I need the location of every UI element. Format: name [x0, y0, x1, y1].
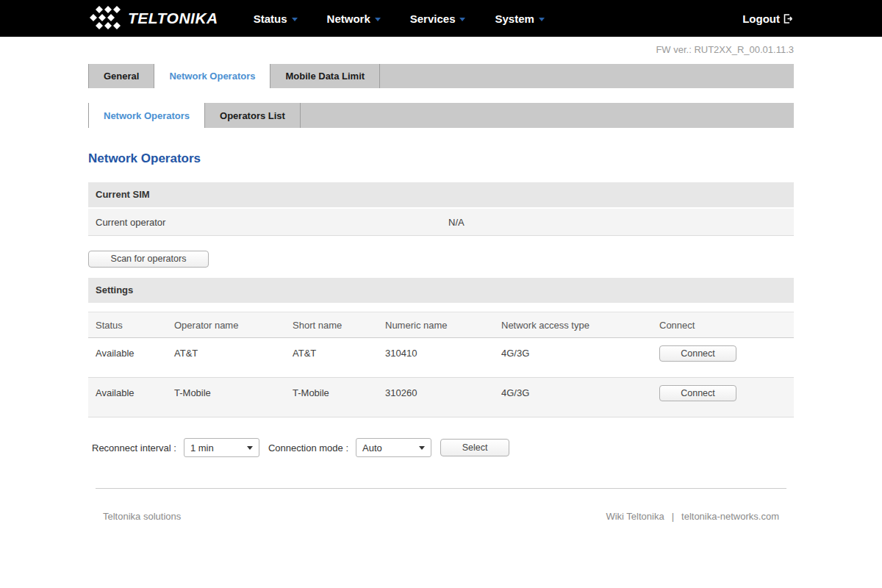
secondary-tab-bar: Network Operators Operators List	[88, 103, 794, 128]
connection-mode-value: Auto	[362, 442, 382, 453]
cell-operator-name: T-Mobile	[174, 378, 293, 417]
logout-icon	[782, 12, 794, 25]
cell-status: Available	[96, 338, 174, 377]
teltonika-logo-icon	[88, 5, 123, 32]
settings-section-header: Settings	[88, 278, 794, 303]
select-button[interactable]: Select	[440, 439, 509, 456]
col-header-network-access-type: Network access type	[501, 320, 659, 331]
footer-brand-text: Teltonika solutions	[103, 511, 181, 522]
current-sim-section-header: Current SIM	[88, 182, 794, 207]
table-row: Available AT&T AT&T 310410 4G/3G Connect	[88, 338, 794, 378]
footer-divider	[96, 488, 786, 489]
nav-item-label: Network	[327, 12, 370, 25]
col-header-short-name: Short name	[293, 320, 385, 331]
cell-status: Available	[96, 378, 174, 417]
cell-numeric-name: 310410	[385, 338, 501, 377]
dropdown-arrow-icon	[247, 446, 253, 450]
scan-for-operators-button[interactable]: Scan for operators	[88, 251, 209, 268]
bottom-controls: Reconnect interval : 1 min Connection mo…	[88, 438, 794, 457]
chevron-down-icon	[292, 18, 298, 21]
col-header-status: Status	[96, 320, 174, 331]
cell-network-access-type: 4G/3G	[501, 378, 659, 417]
cell-network-access-type: 4G/3G	[501, 338, 659, 377]
nav-item-label: System	[495, 12, 534, 25]
connect-button[interactable]: Connect	[659, 385, 736, 401]
nav-item-status[interactable]: Status	[254, 12, 298, 25]
nav-item-label: Services	[410, 12, 456, 25]
main-content: General Network Operators Mobile Data Li…	[88, 64, 794, 522]
nav-item-label: Status	[254, 12, 287, 25]
tab-general[interactable]: General	[88, 64, 154, 88]
footer: Teltonika solutions Wiki Teltonika | tel…	[88, 511, 794, 522]
current-operator-label: Current operator	[88, 217, 165, 228]
nav-item-services[interactable]: Services	[410, 12, 466, 25]
logout-label: Logout	[742, 12, 780, 25]
nav-item-network[interactable]: Network	[327, 12, 381, 25]
primary-tab-bar: General Network Operators Mobile Data Li…	[88, 64, 794, 88]
brand-name: TELTONIKA	[128, 10, 218, 27]
teltonika-logo[interactable]: TELTONIKA	[88, 5, 218, 32]
subtab-operators-list[interactable]: Operators List	[205, 103, 301, 128]
current-operator-value: N/A	[448, 217, 465, 228]
wiki-teltonika-link[interactable]: Wiki Teltonika	[606, 511, 664, 522]
tab-mobile-data-limit[interactable]: Mobile Data Limit	[270, 64, 380, 88]
chevron-down-icon	[375, 18, 381, 21]
footer-separator: |	[672, 511, 674, 522]
col-header-operator-name: Operator name	[174, 320, 293, 331]
page-title: Network Operators	[88, 151, 794, 166]
cell-numeric-name: 310260	[385, 378, 501, 417]
reconnect-interval-label: Reconnect interval :	[92, 442, 176, 453]
subtab-network-operators[interactable]: Network Operators	[88, 103, 205, 128]
connection-mode-select[interactable]: Auto	[356, 438, 431, 457]
connect-button[interactable]: Connect	[659, 345, 736, 362]
col-header-numeric-name: Numeric name	[385, 320, 501, 331]
reconnect-interval-select[interactable]: 1 min	[184, 438, 259, 457]
teltonika-networks-link[interactable]: teltonika-networks.com	[681, 511, 779, 522]
table-row: Available T-Mobile T-Mobile 310260 4G/3G…	[88, 378, 794, 417]
operators-table-header: Status Operator name Short name Numeric …	[88, 312, 794, 338]
connection-mode-label: Connection mode :	[268, 442, 348, 453]
cell-short-name: T-Mobile	[293, 378, 385, 417]
nav-item-system[interactable]: System	[495, 12, 544, 25]
cell-short-name: AT&T	[293, 338, 385, 377]
dropdown-arrow-icon	[419, 446, 425, 450]
main-nav: Status Network Services System	[254, 12, 545, 25]
current-operator-row: Current operator N/A	[88, 209, 794, 236]
cell-operator-name: AT&T	[174, 338, 293, 377]
reconnect-interval-value: 1 min	[190, 442, 214, 453]
chevron-down-icon	[459, 18, 465, 21]
operators-table: Status Operator name Short name Numeric …	[88, 312, 794, 417]
logout-button[interactable]: Logout	[742, 12, 794, 25]
tab-network-operators[interactable]: Network Operators	[154, 64, 270, 88]
chevron-down-icon	[539, 18, 545, 21]
top-bar: TELTONIKA Status Network Services System…	[0, 0, 882, 37]
col-header-connect: Connect	[659, 320, 794, 331]
fw-version: FW ver.: RUT2XX_R_00.01.11.3	[88, 37, 794, 61]
